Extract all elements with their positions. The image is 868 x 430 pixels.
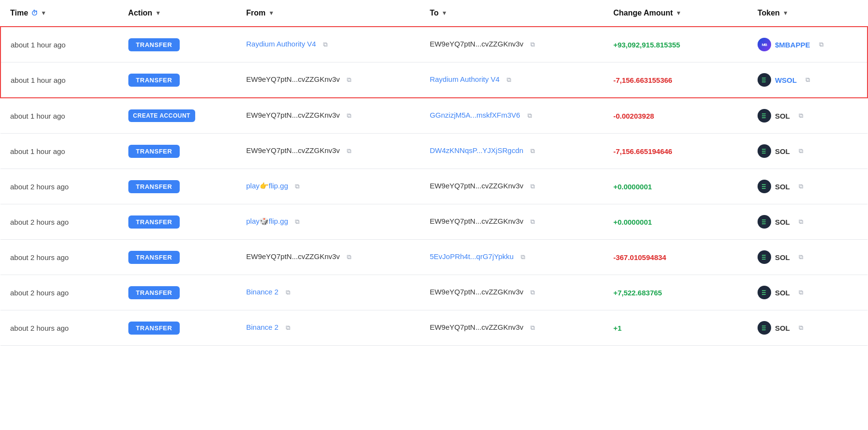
copy-icon[interactable]: ⧉ [528,323,538,333]
copy-icon[interactable]: ⧉ [796,182,806,191]
copy-icon[interactable]: ⧉ [796,252,806,262]
copy-icon[interactable]: ⧉ [518,252,528,262]
copy-icon[interactable]: ⧉ [816,40,826,49]
copy-icon[interactable]: ⧉ [293,182,302,191]
action-cell: CREATE ACCOUNT [119,98,237,134]
copy-icon[interactable]: ⧉ [283,323,293,333]
action-cell: TRANSFER [119,240,237,275]
token-name: SOL [775,183,790,191]
col-header-to[interactable]: To ▼ [420,0,604,27]
copy-icon[interactable]: ⧉ [504,75,514,85]
token-filter-icon[interactable]: ▼ [783,10,789,16]
copy-icon[interactable]: ⧉ [344,146,354,156]
copy-icon[interactable]: ⧉ [528,40,538,49]
copy-icon[interactable]: ⧉ [528,288,538,297]
change-amount-filter-icon[interactable]: ▼ [676,10,682,16]
action-badge[interactable]: TRANSFER [128,215,180,229]
copy-icon[interactable]: ⧉ [283,288,293,297]
token-cell: SOL ⧉ [748,275,868,310]
change-amount-label: Change Amount [613,9,673,17]
token-icon [758,250,771,264]
action-badge[interactable]: CREATE ACCOUNT [128,109,195,122]
action-badge[interactable]: TRANSFER [128,74,180,87]
time-filter-icon[interactable]: ▼ [41,10,46,16]
col-header-time[interactable]: Time ⏱ ▼ [0,0,119,27]
action-badge[interactable]: TRANSFER [128,145,180,158]
time-value: about 1 hour ago [10,112,65,120]
copy-icon[interactable]: ⧉ [796,111,806,121]
to-filter-icon[interactable]: ▼ [442,10,448,16]
table-row: about 2 hours ago TRANSFER EW9eYQ7ptN...… [0,240,868,275]
token-cell: SOL ⧉ [748,240,868,275]
to-label: To [430,9,438,17]
to-cell: EW9eYQ7ptN...cvZZGKnv3v ⧉ [420,275,604,310]
copy-icon[interactable]: ⧉ [293,217,302,227]
amount-cell: +1 [604,310,748,346]
token-name[interactable]: WSOL [775,76,797,84]
to-address[interactable]: 5EvJoPRh4t...qrG7jYpkku [430,252,513,261]
action-badge[interactable]: TRANSFER [128,38,180,51]
token-name: SOL [775,289,790,297]
time-cell: about 1 hour ago [0,62,119,98]
copy-icon[interactable]: ⧉ [803,75,813,85]
amount-cell: -367.010594834 [604,240,748,275]
copy-icon[interactable]: ⧉ [527,146,537,156]
from-address[interactable]: play🎲flip.gg [246,217,288,225]
time-cell: about 2 hours ago [0,275,119,310]
token-name[interactable]: $MBAPPE [775,41,810,49]
from-address[interactable]: Binance 2 [246,323,279,331]
from-address[interactable]: play👉flip.gg [246,182,288,190]
col-header-from[interactable]: From ▼ [236,0,420,27]
copy-icon[interactable]: ⧉ [321,40,330,49]
token-icon [758,73,771,87]
token-wrapper: SOL ⧉ [758,144,858,158]
copy-icon[interactable]: ⧉ [344,111,354,121]
token-icon: MB [758,38,771,51]
action-filter-icon[interactable]: ▼ [155,10,161,16]
action-cell: TRANSFER [119,134,237,169]
token-icon [758,109,771,123]
action-cell: TRANSFER [119,27,237,62]
token-name: SOL [775,324,790,332]
copy-icon[interactable]: ⧉ [796,217,806,227]
table-row: about 1 hour ago TRANSFER EW9eYQ7ptN...c… [0,62,868,98]
amount-cell: +0.0000001 [604,204,748,240]
time-value: about 2 hours ago [10,289,69,297]
time-value: about 2 hours ago [10,218,69,226]
copy-icon[interactable]: ⧉ [796,146,806,156]
from-filter-icon[interactable]: ▼ [268,10,274,16]
time-value: about 1 hour ago [11,41,65,49]
amount-value: +93,092,915.815355 [613,41,680,49]
amount-cell: +7,522.683765 [604,275,748,310]
col-header-change-amount[interactable]: Change Amount ▼ [604,0,748,27]
copy-icon[interactable]: ⧉ [344,75,354,85]
from-address[interactable]: Binance 2 [246,288,279,296]
col-header-token[interactable]: Token ▼ [748,0,868,27]
col-header-action[interactable]: Action ▼ [119,0,237,27]
time-value: about 1 hour ago [11,76,65,84]
to-address[interactable]: GGnzizjM5A...mskfXFm3V6 [430,111,520,119]
to-address: EW9eYQ7ptN...cvZZGKnv3v [430,40,523,48]
to-address[interactable]: DW4zKNNqsP...YJXjSRgcdn [430,146,523,154]
time-cell: about 2 hours ago [0,169,119,204]
copy-icon[interactable]: ⧉ [528,217,538,227]
from-address[interactable]: Raydium Authority V4 [246,40,316,48]
copy-icon[interactable]: ⧉ [528,182,538,191]
copy-icon[interactable]: ⧉ [344,252,354,262]
copy-icon[interactable]: ⧉ [525,111,534,121]
action-badge[interactable]: TRANSFER [128,251,180,264]
table-header-row: Time ⏱ ▼ Action ▼ From ▼ [0,0,868,27]
copy-icon[interactable]: ⧉ [796,323,806,333]
table-row: about 1 hour ago TRANSFER Raydium Author… [0,27,868,62]
to-cell: DW4zKNNqsP...YJXjSRgcdn ⧉ [420,134,604,169]
action-badge[interactable]: TRANSFER [128,322,180,335]
from-cell: Binance 2 ⧉ [236,310,420,346]
copy-icon[interactable]: ⧉ [796,288,806,297]
amount-value: -367.010594834 [613,253,666,261]
token-icon [758,144,771,158]
from-address: EW9eYQ7ptN...cvZZGKnv3v [246,252,340,261]
token-cell: SOL ⧉ [748,204,868,240]
action-badge[interactable]: TRANSFER [128,180,180,193]
action-badge[interactable]: TRANSFER [128,286,180,299]
to-address[interactable]: Raydium Authority V4 [430,75,499,83]
